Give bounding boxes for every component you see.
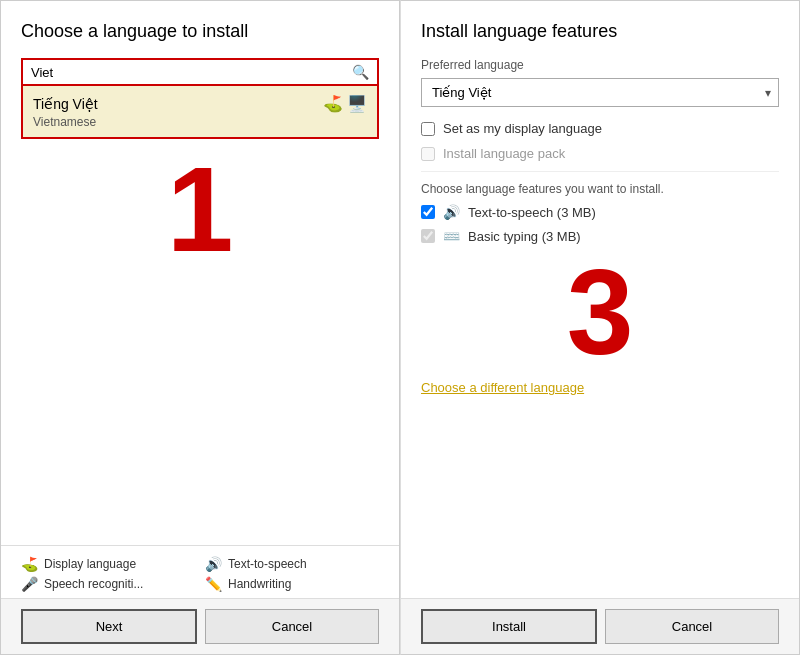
install-pack-label: Install language pack	[443, 146, 565, 161]
display-language-checkbox[interactable]	[421, 122, 435, 136]
typing-feature-checkbox[interactable]	[421, 229, 435, 243]
right-panel: Install language features Preferred lang…	[400, 0, 800, 655]
install-pack-checkbox[interactable]	[421, 147, 435, 161]
tts-icon: 🖥️	[347, 94, 367, 113]
legend-speech: 🎤 Speech recogniti...	[21, 576, 195, 592]
tts-legend-icon: 🔊	[205, 556, 222, 572]
tts-feature-row: 🔊 Text-to-speech (3 MB)	[421, 204, 779, 220]
right-panel-footer: Install Cancel	[401, 598, 799, 654]
legend-speech-label: Speech recogniti...	[44, 577, 143, 591]
language-subtitle: Vietnamese	[33, 115, 367, 129]
language-result-item[interactable]: Tiếng Việt ⛳ 🖥️ Vietnamese	[21, 86, 379, 139]
preferred-language-select[interactable]: Tiếng Việt	[421, 78, 779, 107]
typing-feature-label: Basic typing (3 MB)	[468, 229, 581, 244]
speech-legend-icon: 🎤	[21, 576, 38, 592]
install-button[interactable]: Install	[421, 609, 597, 644]
typing-feature-row: ⌨️ Basic typing (3 MB)	[421, 228, 779, 244]
legend-tts: 🔊 Text-to-speech	[205, 556, 379, 572]
legend-handwriting-label: Handwriting	[228, 577, 291, 591]
left-panel-footer: Next Cancel	[1, 598, 399, 654]
step-1-number: 1	[21, 139, 379, 279]
handwriting-legend-icon: ✏️	[205, 576, 222, 592]
tts-feature-checkbox[interactable]	[421, 205, 435, 219]
legend-handwriting: ✏️ Handwriting	[205, 576, 379, 592]
legend-tts-label: Text-to-speech	[228, 557, 307, 571]
search-box[interactable]: 🔍	[21, 58, 379, 86]
tts-feature-label: Text-to-speech (3 MB)	[468, 205, 596, 220]
step-3-number: 3	[421, 252, 779, 372]
legend-area: ⛳ Display language 🔊 Text-to-speech 🎤 Sp…	[1, 545, 399, 598]
language-name: Tiếng Việt ⛳ 🖥️	[33, 94, 367, 113]
left-panel: Choose a language to install 🔍 Tiếng Việ…	[0, 0, 400, 655]
right-cancel-button[interactable]: Cancel	[605, 609, 779, 644]
display-lang-icon: ⛳	[323, 94, 343, 113]
legend-display-label: Display language	[44, 557, 136, 571]
typing-feature-icon: ⌨️	[443, 228, 460, 244]
left-panel-title: Choose a language to install	[21, 21, 379, 42]
left-panel-content: Choose a language to install 🔍 Tiếng Việ…	[1, 1, 399, 545]
right-panel-title: Install language features	[421, 21, 779, 42]
left-cancel-button[interactable]: Cancel	[205, 609, 379, 644]
preferred-language-label: Preferred language	[421, 58, 779, 72]
language-feature-icons: ⛳ 🖥️	[323, 94, 367, 113]
tts-feature-icon: 🔊	[443, 204, 460, 220]
features-section-label: Choose language features you want to ins…	[421, 182, 779, 196]
search-icon: 🔍	[352, 64, 369, 80]
legend-display-language: ⛳ Display language	[21, 556, 195, 572]
display-lang-legend-icon: ⛳	[21, 556, 38, 572]
divider	[421, 171, 779, 172]
display-language-checkbox-label: Set as my display language	[443, 121, 602, 136]
install-pack-checkbox-row: Install language pack	[421, 146, 779, 161]
preferred-language-dropdown-wrapper[interactable]: Tiếng Việt ▾	[421, 78, 779, 107]
next-button[interactable]: Next	[21, 609, 197, 644]
right-panel-content: Install language features Preferred lang…	[401, 1, 799, 598]
legend-grid: ⛳ Display language 🔊 Text-to-speech 🎤 Sp…	[21, 556, 379, 592]
display-language-checkbox-row: Set as my display language	[421, 121, 779, 136]
search-input[interactable]	[31, 65, 352, 80]
